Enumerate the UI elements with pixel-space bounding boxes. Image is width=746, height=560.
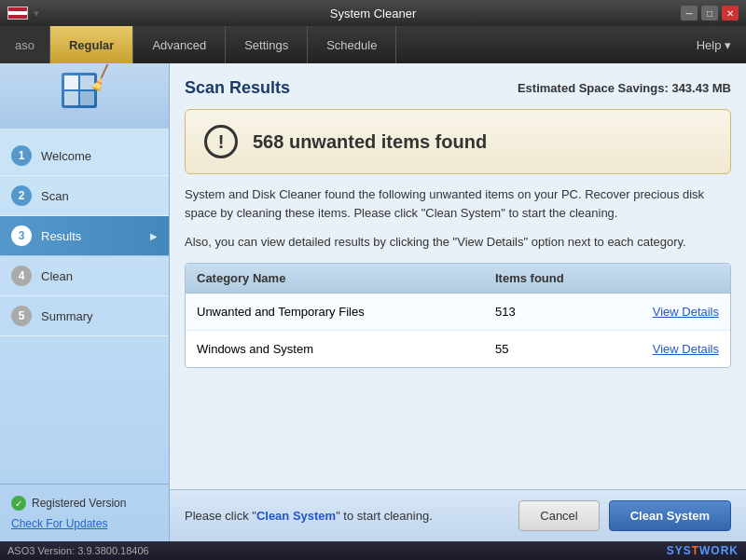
tab-schedule[interactable]: Schedule — [308, 26, 396, 63]
main-layout: 🧹 1 Welcome 2 Scan 3 — [0, 63, 746, 541]
step-number-results: 3 — [11, 225, 32, 246]
content-panel: Scan Results Estimated Space Savings: 34… — [170, 63, 746, 489]
version-label: ASO3 Version: 3.9.3800.18406 — [7, 545, 149, 556]
alert-box: ! 568 unwanted items found — [185, 109, 731, 174]
registered-label: Registered Version — [32, 497, 126, 510]
content-area: Scan Results Estimated Space Savings: 34… — [170, 63, 746, 541]
col-header-category: Category Name — [197, 271, 495, 285]
flag-icon — [7, 7, 28, 20]
col-header-action — [607, 271, 719, 285]
sidebar-step-label-clean: Clean — [41, 269, 73, 283]
clean-system-text: Clean System — [256, 509, 336, 523]
title-bar: ▾ System Cleaner ─ □ ✕ — [0, 0, 746, 26]
description-1: System and Disk Cleaner found the follow… — [185, 185, 731, 222]
tab-regular[interactable]: Regular — [50, 26, 133, 63]
nav-logo: aso — [0, 26, 50, 63]
help-menu[interactable]: Help ▾ — [682, 26, 746, 63]
scan-results-title: Scan Results — [185, 78, 290, 98]
results-table: Category Name Items found Unwanted and T… — [185, 263, 731, 368]
sidebar-steps: 1 Welcome 2 Scan 3 Results ▶ — [0, 129, 169, 484]
check-circle-icon: ✓ — [11, 496, 26, 511]
content-header: Scan Results Estimated Space Savings: 34… — [185, 78, 731, 98]
clean-system-button[interactable]: Clean System — [609, 500, 731, 531]
step-arrow-results: ▶ — [150, 231, 158, 241]
table-header: Category Name Items found — [186, 264, 730, 294]
table-row: Windows and System 55 View Details — [186, 331, 730, 367]
registered-badge: ✓ Registered Version — [11, 496, 158, 511]
sidebar-item-results[interactable]: 3 Results ▶ — [0, 216, 169, 256]
sidebar: 🧹 1 Welcome 2 Scan 3 — [0, 63, 170, 541]
footer-buttons: Cancel Clean System — [518, 500, 731, 531]
step-number-welcome: 1 — [11, 145, 32, 166]
sidebar-step-label-results: Results — [41, 229, 81, 243]
sidebar-step-label-scan: Scan — [41, 189, 69, 203]
sidebar-bottom: ✓ Registered Version Check For Updates — [0, 484, 169, 541]
estimated-savings-label: Estimated Space Savings: 343.43 MB — [518, 81, 731, 95]
alert-message: 568 unwanted items found — [253, 131, 487, 153]
close-button[interactable]: ✕ — [722, 6, 739, 20]
nav-bar: aso Regular Advanced Settings Schedule H… — [0, 26, 746, 63]
window-controls: ─ □ ✕ — [681, 6, 739, 20]
sidebar-item-scan[interactable]: 2 Scan — [0, 176, 169, 216]
view-details-link-1[interactable]: View Details — [653, 305, 719, 319]
table-row: Unwanted and Temporary Files 513 View De… — [186, 294, 730, 331]
window-title: System Cleaner — [330, 7, 416, 20]
row2-category: Windows and System — [197, 342, 495, 356]
col-header-items: Items found — [495, 271, 607, 285]
description-2: Also, you can view detailed results by c… — [185, 233, 731, 252]
tab-settings[interactable]: Settings — [226, 26, 308, 63]
cancel-button[interactable]: Cancel — [518, 500, 599, 531]
view-details-link-2[interactable]: View Details — [653, 342, 719, 356]
sidebar-step-label-summary: Summary — [41, 309, 93, 323]
footer-bar: Please click "Clean System" to start cle… — [170, 489, 746, 541]
footer-text: Please click "Clean System" to start cle… — [185, 509, 433, 523]
row2-action: View Details — [607, 342, 719, 356]
check-updates-link[interactable]: Check For Updates — [11, 517, 107, 530]
sidebar-step-label-welcome: Welcome — [41, 149, 91, 163]
alert-icon: ! — [204, 125, 238, 158]
row1-action: View Details — [607, 305, 719, 319]
minimize-button[interactable]: ─ — [681, 6, 698, 20]
step-number-summary: 5 — [11, 306, 32, 326]
maximize-button[interactable]: □ — [701, 6, 718, 20]
sidebar-item-clean[interactable]: 4 Clean — [0, 256, 169, 296]
logo-area: 🧹 — [0, 63, 169, 129]
brand-logo: SYSTWORK — [667, 544, 739, 557]
step-number-clean: 4 — [11, 266, 32, 286]
step-number-scan: 2 — [11, 185, 32, 206]
row1-items: 513 — [495, 305, 607, 319]
tab-advanced[interactable]: Advanced — [133, 26, 226, 63]
row2-items: 55 — [495, 342, 607, 356]
status-bar: ASO3 Version: 3.9.3800.18406 SYSTWORK — [0, 541, 746, 560]
sidebar-item-welcome[interactable]: 1 Welcome — [0, 136, 169, 176]
sidebar-item-summary[interactable]: 5 Summary — [0, 296, 169, 336]
row1-category: Unwanted and Temporary Files — [197, 305, 495, 319]
app-logo: 🧹 — [62, 73, 108, 119]
